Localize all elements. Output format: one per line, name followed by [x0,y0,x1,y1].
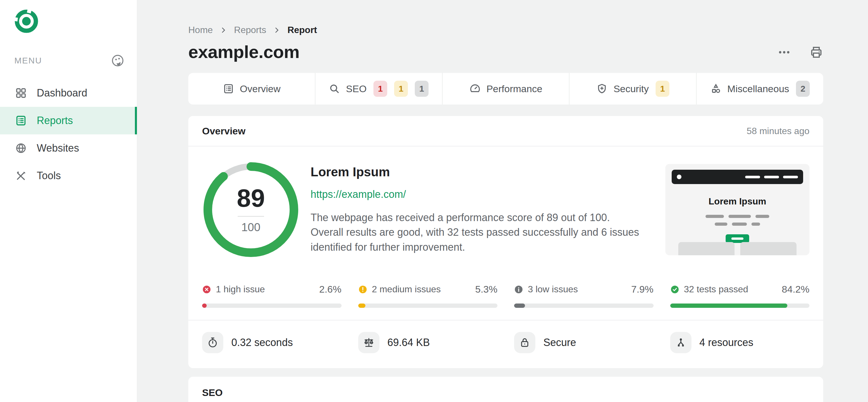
site-preview-thumbnail[interactable]: Lorem Ipsum [665,164,809,255]
progress-bar [202,304,342,308]
metric-label: 4 resources [700,337,753,349]
sidebar-nav: Dashboard Reports Websites Tools [0,79,137,189]
issue-count-badge: 2 [796,81,810,97]
breadcrumb-reports[interactable]: Reports [234,25,266,35]
progress-bar [358,304,498,308]
preview-blocks [665,242,809,255]
stat-label: 1 high issue [216,284,265,295]
gauge-icon [469,83,481,94]
resources-icon [675,337,687,348]
preview-text-lines [672,222,803,226]
chevron-right-icon [220,26,227,34]
chevron-right-icon [273,26,280,34]
sidebar-item-dashboard[interactable]: Dashboard [0,79,137,107]
metric-load-time: 0.32 seconds [202,332,342,353]
print-button[interactable] [809,45,823,59]
info-circle-icon [514,285,523,294]
preview-button [725,234,749,243]
preview-dot [677,175,681,179]
tab-label: Miscellaneous [727,83,789,94]
metric-chip [670,332,691,353]
account-icon[interactable] [111,54,124,67]
tab-label: Overview [240,83,281,94]
performance-score-ring: 89 100 [202,161,300,258]
seo-card: SEO [188,377,823,402]
score-divider [238,216,264,217]
breadcrumb-home[interactable]: Home [188,25,213,35]
preview-browser-bar [672,170,803,184]
report-timestamp: 58 minutes ago [747,126,809,136]
metrics-row: 0.32 seconds 69.64 KB Secure [188,320,823,368]
metric-label: 69.64 KB [388,337,430,349]
site-url-link[interactable]: https://example.com/ [311,188,406,200]
metric-chip [358,332,379,353]
main-content: Home Reports Report example.com Overview [137,0,868,402]
preview-nav-dashes [745,176,798,178]
tab-seo[interactable]: SEO 1 1 1 [315,73,442,104]
site-heading: Lorem Ipsum [311,165,654,179]
score-max: 100 [241,221,260,234]
stat-medium-issues: 2 medium issues 5.3% [358,284,498,308]
scale-icon [363,337,375,348]
stopwatch-icon [207,337,218,348]
site-description: The webpage has received a performance s… [311,210,644,254]
tab-performance[interactable]: Performance [442,73,569,104]
sidebar-item-label: Tools [37,170,61,182]
sidebar-item-label: Websites [37,142,79,154]
warning-circle-icon [358,285,367,294]
metric-label: 0.32 seconds [231,337,293,349]
lock-icon [519,337,530,348]
tab-label: Security [613,83,649,94]
progress-bar [670,304,810,308]
report-tabs: Overview SEO 1 1 1 Performance Security … [188,73,823,104]
tab-security[interactable]: Security 1 [569,73,696,104]
stat-low-issues: 3 low issues 7.9% [514,284,654,308]
stat-label: 3 low issues [528,284,578,295]
overview-section-title: Overview [202,125,245,137]
tab-label: SEO [346,83,367,94]
app-logo-icon [14,9,39,34]
sidebar-item-tools[interactable]: Tools [0,162,137,189]
list-icon [223,83,234,94]
shield-icon [596,83,608,94]
breadcrumb: Home Reports Report [188,25,823,35]
stat-high-issues: 1 high issue 2.6% [202,284,342,308]
more-options-button[interactable] [777,45,791,59]
issue-count-badge: 1 [656,81,670,97]
progress-bar [514,304,654,308]
tab-overview[interactable]: Overview [188,73,315,104]
sidebar: MENU Dashboard Reports [0,0,137,402]
report-list-icon [15,115,27,127]
sidebar-item-websites[interactable]: Websites [0,134,137,162]
shapes-icon [710,83,722,94]
issue-stats-row: 1 high issue 2.6% 2 medium issues 5.3% [188,273,823,320]
tab-miscellaneous[interactable]: Miscellaneous 2 [696,73,823,104]
metric-chip [202,332,223,353]
metric-label: Secure [544,337,576,349]
sidebar-item-label: Dashboard [37,87,87,99]
page-title: example.com [188,42,299,62]
error-circle-icon [202,285,211,294]
seo-section-title: SEO [202,387,223,398]
tools-icon [15,170,27,182]
metric-resources: 4 resources [670,332,810,353]
menu-label: MENU [14,56,42,65]
sidebar-item-reports[interactable]: Reports [0,107,137,134]
stat-label: 32 tests passed [684,284,748,295]
issue-count-badge: 1 [373,81,387,97]
overview-card: Overview 58 minutes ago 89 100 Lorem Ips… [188,116,823,368]
stat-percent: 5.3% [475,284,498,295]
tab-label: Performance [487,83,542,94]
stat-label: 2 medium issues [372,284,441,295]
stat-percent: 2.6% [319,284,342,295]
stat-percent: 7.9% [631,284,654,295]
score-value: 89 [237,185,265,211]
check-circle-icon [670,285,679,294]
globe-icon [15,142,27,154]
issue-count-badge: 1 [394,81,408,97]
breadcrumb-current: Report [287,25,317,35]
preview-heading: Lorem Ipsum [672,196,803,207]
metric-page-size: 69.64 KB [358,332,498,353]
search-icon [329,83,340,94]
stat-percent: 84.2% [782,284,809,295]
